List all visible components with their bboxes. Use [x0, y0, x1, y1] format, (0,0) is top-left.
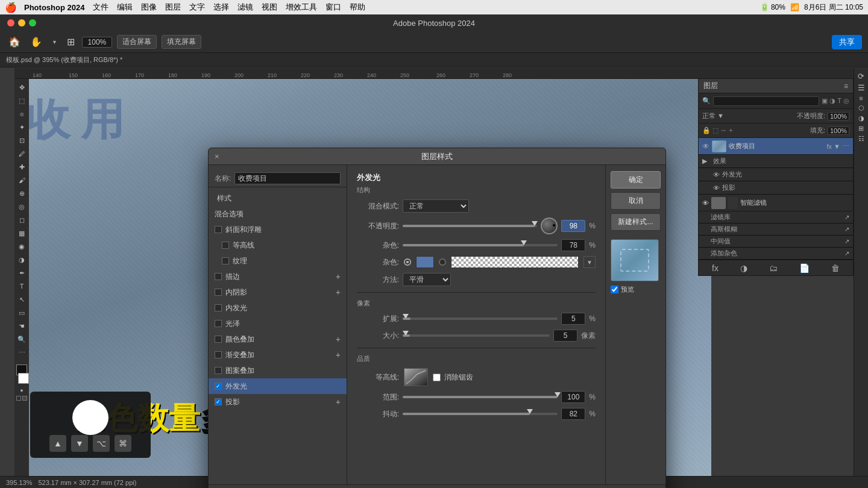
blend-mode-select[interactable]: 正常 — [403, 199, 469, 213]
effect-outer-glow[interactable]: 👁 外发光 — [699, 168, 853, 181]
menu-filter[interactable]: 滤镜 — [237, 2, 253, 13]
sidebar-outer-glow[interactable]: ✓ 外发光 — [209, 378, 347, 394]
sidebar-blend-options[interactable]: 混合选项 — [209, 206, 347, 222]
opacity-number-input[interactable] — [561, 220, 585, 232]
tool-opt-alt[interactable]: ⌥ — [93, 435, 110, 452]
fill-input[interactable] — [828, 127, 849, 135]
layer-name-input[interactable] — [234, 172, 341, 184]
menu-image[interactable]: 图像 — [141, 2, 157, 13]
create-group-icon[interactable]: 🗂 — [769, 263, 778, 273]
median-row[interactable]: 中间值 ↗ — [699, 236, 853, 248]
sidebar-gradient-overlay[interactable]: 渐变叠加 + — [209, 347, 347, 363]
move-tool-icon[interactable]: ⊞ — [64, 35, 77, 49]
share-button[interactable]: 共享 — [832, 35, 862, 49]
fullscreen-mode-icon[interactable] — [22, 396, 27, 401]
inner-shadow-plus-icon[interactable]: + — [336, 287, 341, 297]
tool-eraser[interactable]: ◻ — [16, 214, 28, 226]
tool-blur[interactable]: ◉ — [16, 240, 28, 252]
preview-checkbox[interactable] — [611, 286, 618, 293]
new-fill-layer-icon[interactable]: ◑ — [740, 263, 747, 273]
tool-gradient[interactable]: ▦ — [16, 227, 28, 239]
color-swatch-pattern[interactable] — [451, 256, 579, 268]
filter-library-row[interactable]: 滤镜库 ↗ — [699, 211, 853, 224]
noise-slider[interactable] — [403, 241, 558, 249]
zoom-input[interactable] — [82, 37, 112, 48]
new-style-button[interactable]: 新建样式... — [611, 213, 661, 231]
standard-mode-icon[interactable] — [16, 396, 21, 401]
sidebar-drop-shadow[interactable]: ✓ 投影 + — [209, 394, 347, 410]
opacity-knob[interactable] — [541, 217, 558, 234]
libraries-icon[interactable]: ☷ — [858, 135, 864, 143]
adjustment-filter-icon[interactable]: ◑ — [829, 97, 835, 105]
adjustments-icon[interactable]: ◑ — [858, 114, 864, 122]
effect-eye-icon-2[interactable]: 👁 — [713, 184, 720, 192]
jitter-number-input[interactable] — [561, 408, 585, 420]
tool-hand[interactable]: ☚ — [16, 320, 28, 332]
color-overlay-plus-icon[interactable]: + — [336, 334, 341, 344]
smart-filter-icon[interactable]: ◎ — [843, 97, 849, 105]
tool-healing[interactable]: ✚ — [16, 161, 28, 173]
bevel-checkbox[interactable] — [215, 226, 222, 233]
pixel-filter-icon[interactable]: ▣ — [822, 97, 828, 105]
range-thumb[interactable] — [555, 392, 561, 397]
drop-shadow-plus-icon[interactable]: + — [336, 397, 341, 407]
tool-marquee[interactable]: ⬚ — [16, 95, 28, 107]
tool-opt-cmd[interactable]: ⌘ — [115, 435, 131, 452]
outer-glow-checkbox[interactable]: ✓ — [215, 383, 222, 390]
sidebar-color-overlay[interactable]: 颜色叠加 + — [209, 331, 347, 347]
minimize-button[interactable] — [18, 19, 25, 27]
hand-tool-icon[interactable]: ✋ — [28, 35, 45, 49]
inner-shadow-checkbox[interactable] — [215, 289, 222, 296]
drop-shadow-checkbox[interactable]: ✓ — [215, 398, 222, 405]
noise-thumb[interactable] — [521, 240, 527, 245]
range-slider[interactable] — [403, 393, 558, 401]
tool-dodge[interactable]: ◑ — [16, 254, 28, 266]
add-noise-row[interactable]: 添加杂色 ↗ — [699, 248, 853, 260]
tool-move[interactable]: ✥ — [16, 81, 28, 93]
satin-checkbox[interactable] — [215, 320, 222, 327]
sidebar-contour[interactable]: 等高线 — [209, 237, 347, 253]
tool-crop[interactable]: ⊡ — [16, 134, 28, 146]
layer-visibility-icon[interactable]: 👁 — [702, 142, 709, 151]
menu-file[interactable]: 文件 — [93, 2, 108, 13]
jitter-thumb[interactable] — [527, 409, 533, 414]
size-number-input[interactable] — [553, 330, 577, 342]
tool-eyedropper[interactable]: 🖉 — [16, 148, 28, 160]
size-thumb[interactable] — [403, 331, 409, 336]
layers-icon[interactable]: ☰ — [858, 83, 865, 92]
layer-extra-menu[interactable]: ⋯ — [843, 142, 849, 150]
noise-number-input[interactable] — [561, 239, 585, 251]
contour-thumbnail[interactable] — [404, 368, 428, 386]
active-tab[interactable]: 模板.psd @ 395% (收费项目, RGB/8*) * — [6, 55, 122, 64]
radio-gradient[interactable] — [439, 258, 446, 266]
sidebar-bevel[interactable]: 斜面和浮雕 — [209, 222, 347, 237]
method-select[interactable]: 平滑 — [403, 273, 451, 286]
gaussian-blur-row[interactable]: 高斯模糊 ↗ — [699, 224, 853, 236]
channels-icon[interactable]: ≡ — [859, 95, 863, 102]
sidebar-satin[interactable]: 光泽 — [209, 316, 347, 331]
layer-item-main[interactable]: 👁 收费项目 fx ▼ ⋯ — [699, 138, 853, 155]
sidebar-stroke[interactable]: 描边 + — [209, 269, 347, 284]
layers-search-input[interactable] — [713, 96, 819, 106]
color-swatch-blue[interactable] — [416, 256, 434, 268]
layer-blend-mode-dropdown[interactable]: 正常 ▼ — [702, 111, 724, 120]
app-name[interactable]: Photoshop 2024 — [24, 3, 84, 12]
tool-opt-up[interactable]: ▲ — [49, 435, 66, 452]
home-icon[interactable]: 🏠 — [6, 35, 23, 49]
menu-view[interactable]: 视图 — [262, 2, 277, 13]
menu-window[interactable]: 窗口 — [326, 2, 341, 13]
hand-tool-dropdown[interactable]: ▼ — [49, 38, 60, 46]
fill-screen-button[interactable]: 填充屏幕 — [162, 35, 201, 49]
gradient-overlay-plus-icon[interactable]: + — [336, 350, 341, 360]
sidebar-pattern-overlay[interactable]: 图案叠加 — [209, 363, 347, 378]
jitter-slider[interactable] — [403, 410, 558, 418]
layer-eye-3[interactable]: 👁 — [702, 199, 709, 207]
smart-filter-layer[interactable]: 👁 智能滤镜 — [699, 195, 853, 211]
tool-path-select[interactable]: ↖ — [16, 293, 28, 305]
menu-text[interactable]: 文字 — [189, 2, 205, 13]
sidebar-texture[interactable]: 纹理 — [209, 253, 347, 269]
ok-button[interactable]: 确定 — [611, 171, 661, 189]
color-overlay-checkbox[interactable] — [215, 336, 222, 343]
menu-edit[interactable]: 编辑 — [117, 2, 133, 13]
tool-zoom[interactable]: 🔍 — [16, 333, 28, 345]
